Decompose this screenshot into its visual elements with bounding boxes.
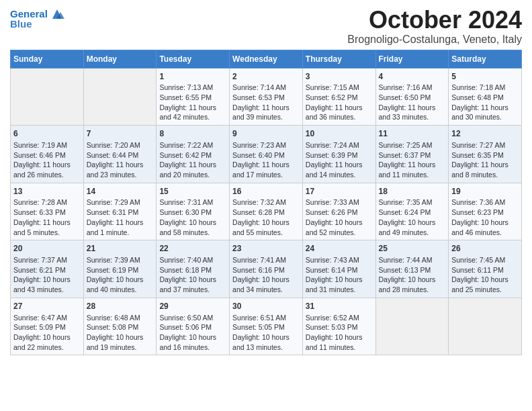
day-info: Sunrise: 7:37 AMSunset: 6:21 PMDaylight:…	[13, 255, 81, 295]
calendar-cell: 15Sunrise: 7:31 AMSunset: 6:30 PMDayligh…	[157, 183, 230, 240]
day-number: 24	[306, 243, 373, 255]
calendar-cell: 5Sunrise: 7:18 AMSunset: 6:48 PMDaylight…	[449, 68, 522, 126]
calendar-header-row: SundayMondayTuesdayWednesdayThursdayFrid…	[11, 50, 522, 68]
calendar-cell	[83, 68, 157, 126]
day-info: Sunrise: 7:33 AMSunset: 6:26 PMDaylight:…	[306, 197, 373, 237]
calendar-cell	[375, 298, 449, 355]
day-info: Sunrise: 7:36 AMSunset: 6:23 PMDaylight:…	[451, 197, 519, 237]
day-number: 14	[87, 186, 154, 197]
day-number: 18	[379, 186, 446, 197]
calendar-cell: 6Sunrise: 7:19 AMSunset: 6:46 PMDaylight…	[11, 126, 84, 183]
day-number: 29	[159, 301, 226, 312]
day-number: 31	[306, 301, 373, 312]
day-info: Sunrise: 7:40 AMSunset: 6:18 PMDaylight:…	[159, 255, 226, 295]
header-thursday: Thursday	[302, 50, 375, 68]
calendar-cell: 16Sunrise: 7:32 AMSunset: 6:28 PMDayligh…	[230, 183, 303, 240]
day-number: 9	[232, 128, 300, 140]
month-title: October 2024	[347, 7, 522, 34]
day-info: Sunrise: 7:45 AMSunset: 6:11 PMDaylight:…	[451, 255, 519, 295]
day-info: Sunrise: 6:47 AMSunset: 5:09 PMDaylight:…	[13, 313, 81, 353]
day-number: 15	[159, 186, 226, 197]
day-info: Sunrise: 7:39 AMSunset: 6:19 PMDaylight:…	[87, 255, 154, 295]
calendar-week-row: 1Sunrise: 7:13 AMSunset: 6:55 PMDaylight…	[11, 68, 522, 126]
calendar-cell	[11, 68, 84, 126]
calendar-cell: 14Sunrise: 7:29 AMSunset: 6:31 PMDayligh…	[83, 183, 157, 240]
day-number: 22	[159, 243, 226, 255]
day-info: Sunrise: 7:29 AMSunset: 6:31 PMDaylight:…	[87, 197, 154, 237]
calendar-cell: 17Sunrise: 7:33 AMSunset: 6:26 PMDayligh…	[302, 183, 375, 240]
day-info: Sunrise: 7:23 AMSunset: 6:40 PMDaylight:…	[232, 140, 300, 180]
calendar-week-row: 6Sunrise: 7:19 AMSunset: 6:46 PMDaylight…	[11, 126, 522, 183]
calendar-cell: 22Sunrise: 7:40 AMSunset: 6:18 PMDayligh…	[157, 240, 230, 298]
day-info: Sunrise: 6:48 AMSunset: 5:08 PMDaylight:…	[87, 313, 154, 353]
calendar-week-row: 27Sunrise: 6:47 AMSunset: 5:09 PMDayligh…	[11, 298, 522, 355]
calendar-cell: 2Sunrise: 7:14 AMSunset: 6:53 PMDaylight…	[230, 68, 303, 126]
calendar-cell: 8Sunrise: 7:22 AMSunset: 6:42 PMDaylight…	[157, 126, 230, 183]
day-number: 1	[159, 71, 226, 83]
day-number: 20	[13, 243, 81, 255]
day-info: Sunrise: 7:24 AMSunset: 6:39 PMDaylight:…	[306, 140, 373, 180]
day-number: 12	[451, 128, 519, 140]
header-sunday: Sunday	[11, 50, 84, 68]
calendar-week-row: 20Sunrise: 7:37 AMSunset: 6:21 PMDayligh…	[11, 240, 522, 298]
day-number: 4	[379, 71, 446, 83]
day-info: Sunrise: 7:32 AMSunset: 6:28 PMDaylight:…	[232, 197, 300, 237]
header-saturday: Saturday	[449, 50, 522, 68]
day-info: Sunrise: 7:31 AMSunset: 6:30 PMDaylight:…	[159, 197, 226, 237]
day-info: Sunrise: 7:16 AMSunset: 6:50 PMDaylight:…	[379, 83, 446, 122]
day-info: Sunrise: 6:52 AMSunset: 5:03 PMDaylight:…	[306, 313, 373, 353]
calendar-cell: 25Sunrise: 7:44 AMSunset: 6:13 PMDayligh…	[375, 240, 449, 298]
day-info: Sunrise: 7:44 AMSunset: 6:13 PMDaylight:…	[379, 255, 446, 295]
day-info: Sunrise: 7:25 AMSunset: 6:37 PMDaylight:…	[379, 140, 446, 180]
calendar-cell: 31Sunrise: 6:52 AMSunset: 5:03 PMDayligh…	[302, 298, 375, 355]
header-monday: Monday	[83, 50, 157, 68]
day-info: Sunrise: 7:18 AMSunset: 6:48 PMDaylight:…	[451, 83, 519, 122]
day-number: 2	[232, 71, 300, 83]
day-info: Sunrise: 7:43 AMSunset: 6:14 PMDaylight:…	[306, 255, 373, 295]
logo-blue: Blue	[10, 19, 32, 30]
day-number: 28	[87, 301, 154, 312]
calendar-cell: 26Sunrise: 7:45 AMSunset: 6:11 PMDayligh…	[449, 240, 522, 298]
calendar-table: SundayMondayTuesdayWednesdayThursdayFrid…	[10, 50, 522, 356]
calendar-cell: 24Sunrise: 7:43 AMSunset: 6:14 PMDayligh…	[302, 240, 375, 298]
title-area: October 2024 Brognoligo-Costalunga, Vene…	[347, 7, 522, 46]
calendar-cell: 4Sunrise: 7:16 AMSunset: 6:50 PMDaylight…	[375, 68, 449, 126]
header-wednesday: Wednesday	[230, 50, 303, 68]
calendar-cell: 12Sunrise: 7:27 AMSunset: 6:35 PMDayligh…	[449, 126, 522, 183]
day-number: 19	[451, 186, 519, 197]
calendar-cell: 11Sunrise: 7:25 AMSunset: 6:37 PMDayligh…	[375, 126, 449, 183]
day-info: Sunrise: 7:35 AMSunset: 6:24 PMDaylight:…	[379, 197, 446, 237]
day-info: Sunrise: 7:15 AMSunset: 6:52 PMDaylight:…	[306, 83, 373, 122]
calendar-cell: 1Sunrise: 7:13 AMSunset: 6:55 PMDaylight…	[157, 68, 230, 126]
calendar-cell	[449, 298, 522, 355]
page-header: General Blue October 2024 Brognoligo-Cos…	[10, 7, 522, 46]
calendar-cell: 19Sunrise: 7:36 AMSunset: 6:23 PMDayligh…	[449, 183, 522, 240]
logo-icon	[50, 7, 64, 21]
day-info: Sunrise: 7:13 AMSunset: 6:55 PMDaylight:…	[159, 83, 226, 122]
day-number: 11	[379, 128, 446, 140]
day-number: 27	[13, 301, 81, 312]
calendar-cell: 10Sunrise: 7:24 AMSunset: 6:39 PMDayligh…	[302, 126, 375, 183]
calendar-cell: 9Sunrise: 7:23 AMSunset: 6:40 PMDaylight…	[230, 126, 303, 183]
calendar-cell: 13Sunrise: 7:28 AMSunset: 6:33 PMDayligh…	[11, 183, 84, 240]
day-info: Sunrise: 6:50 AMSunset: 5:06 PMDaylight:…	[159, 313, 226, 353]
day-number: 7	[87, 128, 154, 140]
day-info: Sunrise: 6:51 AMSunset: 5:05 PMDaylight:…	[232, 313, 300, 353]
calendar-cell: 3Sunrise: 7:15 AMSunset: 6:52 PMDaylight…	[302, 68, 375, 126]
day-info: Sunrise: 7:27 AMSunset: 6:35 PMDaylight:…	[451, 140, 519, 180]
header-friday: Friday	[375, 50, 449, 68]
day-number: 23	[232, 243, 300, 255]
location-title: Brognoligo-Costalunga, Veneto, Italy	[347, 34, 522, 46]
day-number: 3	[306, 71, 373, 83]
logo: General Blue	[10, 7, 66, 30]
calendar-cell: 30Sunrise: 6:51 AMSunset: 5:05 PMDayligh…	[230, 298, 303, 355]
calendar-cell: 29Sunrise: 6:50 AMSunset: 5:06 PMDayligh…	[157, 298, 230, 355]
calendar-cell: 18Sunrise: 7:35 AMSunset: 6:24 PMDayligh…	[375, 183, 449, 240]
day-number: 8	[159, 128, 226, 140]
calendar-week-row: 13Sunrise: 7:28 AMSunset: 6:33 PMDayligh…	[11, 183, 522, 240]
day-number: 17	[306, 186, 373, 197]
day-number: 25	[379, 243, 446, 255]
calendar-cell: 23Sunrise: 7:41 AMSunset: 6:16 PMDayligh…	[230, 240, 303, 298]
day-info: Sunrise: 7:14 AMSunset: 6:53 PMDaylight:…	[232, 83, 300, 122]
day-number: 5	[451, 71, 519, 83]
